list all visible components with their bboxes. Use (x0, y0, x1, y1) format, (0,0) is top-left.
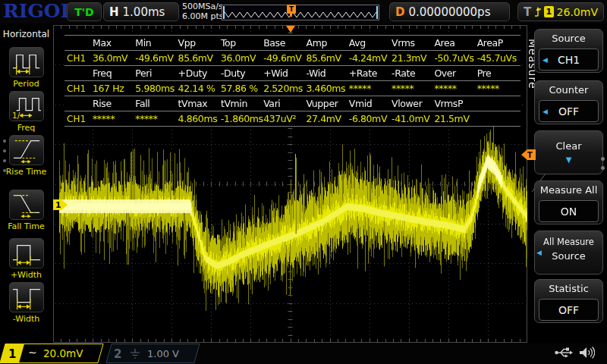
measure-value: 2.520ms (263, 83, 306, 94)
menu-item-label: Rise Time (0, 167, 52, 177)
svg-text:T: T (527, 151, 533, 159)
measure-header: Freq (93, 67, 135, 79)
usb-icon (554, 345, 574, 360)
channel-label: CH1 (64, 114, 93, 124)
top-status-bar: RIGOL T'D H 1.00ms 500MSa/s 6.00M pts T … (0, 0, 607, 24)
menu-item-label: Period (0, 79, 52, 89)
menu-item-all-measure-source[interactable]: ◀ All Measure Source (534, 231, 603, 275)
measure-value: ***** (477, 83, 520, 94)
left-arrow-icon: ◀ (543, 56, 548, 64)
left-menu: Horizontal Period 1/ (0, 24, 52, 343)
rigol-logo: RIGOL (3, 0, 74, 22)
measure-value: -41.0mV (392, 113, 434, 124)
measure-value: ***** (135, 113, 178, 124)
menu-item-plus-width[interactable]: +Width (0, 238, 52, 280)
trigger-position-flag[interactable]: T (287, 5, 296, 14)
measure-value: -6.80mV (349, 113, 392, 124)
left-arrow-icon: ◀ (536, 249, 542, 256)
trigger-level-value: 26.0mV (557, 6, 598, 18)
memory-depth: 6.00M pts (182, 12, 224, 22)
measure-header: tVmax (178, 98, 221, 109)
measure-header: -Wid (306, 67, 348, 79)
measure-value: 27.4mV (306, 113, 348, 124)
measure-value: 437uV² (263, 113, 306, 124)
horizontal-scale-chip[interactable]: H 1.00ms (103, 2, 179, 21)
measure-header: AreaP (477, 37, 520, 49)
measure-header-row: Rise Fall tVmax tVmin Vari Vupper Vmid V… (64, 96, 521, 111)
preview-wave-svg (222, 5, 379, 20)
measure-value: ***** (392, 83, 434, 94)
page-indicator-dot (3, 149, 6, 152)
source-value-box[interactable]: ◀ CH1 (539, 49, 599, 71)
ch2-scale: 1.00 V (147, 348, 179, 359)
trigger-level-marker[interactable]: T (521, 149, 536, 161)
menu-item-freq[interactable]: 1/ Freq (0, 91, 52, 133)
menu-item-measure-all[interactable]: Measure All ON (534, 180, 603, 224)
measure-value: ***** (93, 113, 135, 124)
page-indicator-dot (3, 169, 6, 172)
trigger-label: T (524, 5, 531, 19)
measure-value: -4.24mV (349, 52, 392, 64)
measure-value: 57.86 % (221, 83, 263, 94)
measure-all-value-box[interactable]: ON (539, 200, 599, 222)
preview-right-bracket (376, 6, 378, 19)
rise-time-icon (9, 135, 44, 165)
menu-item-rise-time[interactable]: Rise Time (0, 135, 52, 177)
fall-time-icon (9, 190, 44, 220)
freq-icon-fraction: 1/ (12, 111, 20, 120)
menu-item-counter[interactable]: Counter ◀ OFF (534, 80, 603, 124)
measure-header: Max (93, 37, 135, 49)
counter-value-box[interactable]: ◀ OFF (539, 100, 599, 122)
menu-item-label: +Width (0, 270, 52, 280)
channel-label: CH1 (64, 53, 93, 64)
measure-header: tVmin (221, 98, 263, 109)
speaker-icon (578, 345, 595, 360)
left-arrow-icon: ◀ (543, 108, 548, 115)
menu-item-source[interactable]: Source ◀ CH1 (534, 29, 603, 73)
menu-item-clear[interactable]: Clear ▼ (534, 130, 603, 174)
menu-item-period[interactable]: Period (0, 47, 52, 89)
delay-value: 0.00000000ps (408, 5, 490, 19)
h-scale-value: 1.00ms (123, 5, 165, 19)
measure-header: Avg (349, 37, 392, 49)
delay-chip[interactable]: D 0.00000000ps (389, 2, 510, 21)
measure-value: -50.7uVs (434, 52, 476, 64)
measure-header: VrmsP (434, 98, 476, 109)
down-arrow-icon: ▼ (535, 155, 602, 164)
measure-value: -49.6mV (135, 52, 178, 64)
oscilloscope-screen: RIGOL T'D H 1.00ms 500MSa/s 6.00M pts T … (0, 0, 607, 364)
measure-value-row: CH1 ***** ***** 4.860ms -1.860ms 437uV² … (64, 111, 521, 127)
menu-item-fall-time[interactable]: Fall Time (0, 190, 52, 231)
measure-header-row: Freq Peri +Duty -Duty +Wid -Wid +Rate -R… (64, 66, 521, 81)
measure-header: -Duty (221, 67, 263, 79)
statistic-value-box[interactable]: OFF (539, 299, 599, 321)
measure-value: 3.460ms (306, 83, 348, 94)
measure-header: Vmid (349, 98, 392, 109)
menu-item-minus-width[interactable]: -Width (0, 282, 52, 324)
ch1-chip[interactable]: 1 ~ 20.0mV (0, 344, 106, 363)
menu-item-label: Fall Time (0, 221, 52, 231)
page-indicator-dot (3, 140, 6, 143)
trigger-source-badge: 1 (544, 6, 553, 17)
ch1-level-marker[interactable]: 1 (53, 199, 68, 211)
menu-item-label: -Width (0, 314, 52, 324)
measure-value: ***** (349, 83, 392, 94)
rising-edge-icon (534, 6, 541, 18)
measure-header: Fall (135, 98, 178, 109)
measure-value-row: CH1 36.0mV -49.6mV 85.6mV 36.0mV -49.6mV… (64, 51, 521, 66)
ch1-scale: 20.0mV (43, 347, 83, 359)
trigger-chip[interactable]: T 1 26.0mV (517, 2, 604, 21)
menu-item-statistic[interactable]: Statistic OFF (534, 279, 603, 323)
measure-value: ***** (434, 83, 476, 94)
measure-header-row: Max Min Vpp Top Base Amp Avg Vrms Area A… (64, 36, 521, 51)
ch2-chip[interactable]: 2 1.00 V (103, 344, 202, 363)
measure-header: Amp (306, 37, 348, 49)
measure-header: Top (221, 37, 263, 49)
period-icon (9, 47, 44, 77)
measure-header: Min (135, 37, 178, 49)
measure-value: 21.3mV (392, 52, 434, 64)
trigger-position-marker[interactable] (286, 26, 295, 33)
measure-header: +Rate (349, 67, 392, 79)
measure-header: Pre (477, 67, 520, 79)
svg-text:1: 1 (55, 200, 61, 210)
